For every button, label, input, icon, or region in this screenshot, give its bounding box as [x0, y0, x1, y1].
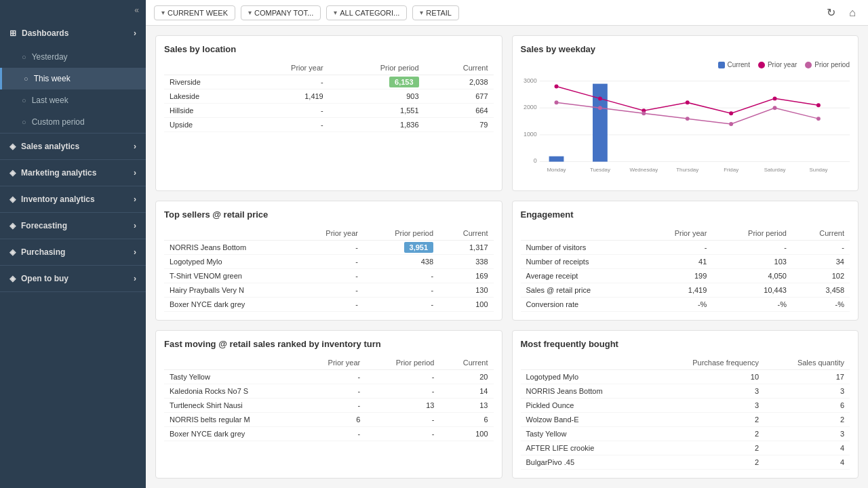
svg-text:Sunday: Sunday [809, 167, 827, 173]
row-prior-year: - [245, 118, 329, 132]
row-current: 338 [439, 255, 493, 269]
row-prior-year: - [245, 104, 329, 118]
sidebar-forecasting-label: Forecasting [21, 221, 67, 230]
engagement-title: Engagement [521, 209, 850, 220]
row-name: Logotyped Mylo [521, 370, 650, 384]
bar-tuesday-current [593, 84, 608, 162]
legend-dot-current [718, 62, 725, 68]
sidebar-section-header-purchasing[interactable]: ◈ Purchasing › [0, 239, 146, 265]
table-row: T-Shirt VENOM green - - 169 [164, 269, 494, 283]
svg-text:0: 0 [533, 157, 536, 164]
sidebar-section-marketing-analytics: ◈ Marketing analytics › [0, 160, 146, 186]
svg-point-17 [642, 111, 646, 115]
row-name: Kaledonia Rocks No7 S [164, 384, 301, 399]
legend-dot-prior-year [758, 62, 765, 68]
sidebar-section-header-open-to-buy[interactable]: ◈ Open to buy › [0, 266, 146, 291]
chart-legend: Current Prior year Prior period [521, 61, 850, 68]
row-prior-year: - [643, 241, 713, 255]
row-freq: 2 [650, 427, 764, 441]
sidebar-section-header-dashboards[interactable]: ⊞ Dashboards › [0, 20, 146, 46]
row-prior-period: - [366, 384, 439, 399]
col-header-current: Current [439, 226, 493, 241]
row-prior-year: - [301, 427, 366, 441]
svg-text:Wednesday: Wednesday [629, 167, 658, 173]
svg-point-19 [729, 122, 733, 126]
sidebar-section-forecasting: ◈ Forecasting › [0, 213, 146, 239]
home-icon: ⌂ [849, 7, 856, 18]
sidebar-section-header-forecasting[interactable]: ◈ Forecasting › [0, 213, 146, 239]
row-qty: 17 [764, 370, 850, 384]
table-row: Boxer NYCE dark grey - - 100 [164, 427, 494, 441]
row-current: 677 [425, 89, 494, 104]
filter-company-label: COMPANY TOT... [254, 9, 313, 17]
table-row: NORRIS belts regular M 6 - 6 [164, 413, 494, 427]
table-row: Number of visitors - - - [521, 241, 850, 255]
row-current: 100 [439, 427, 493, 441]
row-prior-year: - [298, 255, 363, 269]
row-prior-period: -% [712, 298, 792, 312]
row-current: 2,038 [425, 75, 494, 89]
refresh-button[interactable]: ↻ [823, 5, 840, 20]
chevron-down-icon: ▾ [420, 9, 423, 16]
table-row: Number of receipts 41 103 34 [521, 255, 850, 269]
chevron-icon: › [134, 247, 136, 257]
sidebar-section-header-inventory-analytics[interactable]: ◈ Inventory analytics › [0, 186, 146, 212]
filter-current-week[interactable]: ▾ CURRENT WEEK [154, 5, 235, 20]
row-prior-year: - [298, 241, 363, 255]
row-qty: 3 [764, 384, 850, 399]
home-button[interactable]: ⌂ [845, 5, 860, 20]
sidebar-item-label: This week [34, 74, 71, 83]
table-row: NORRIS Jeans Bottom - 3,951 1,317 [164, 241, 494, 255]
sidebar-section-inventory-analytics: ◈ Inventory analytics › [0, 186, 146, 213]
row-freq: 3 [650, 399, 764, 413]
row-current: 664 [425, 104, 494, 118]
row-freq: 10 [650, 370, 764, 384]
svg-text:2000: 2000 [523, 104, 536, 110]
table-row: Tasty Yellow 2 3 [521, 427, 850, 441]
col-header-current: Current [425, 61, 494, 75]
row-prior-period: - [363, 283, 439, 298]
sidebar-section-header-marketing-analytics[interactable]: ◈ Marketing analytics › [0, 160, 146, 186]
col-header-prior-year: Prior year [298, 226, 363, 241]
sidebar-item-this-week[interactable]: ○ This week [0, 68, 146, 89]
row-current: 6 [439, 413, 493, 427]
row-name: Riverside [164, 75, 245, 89]
sidebar: « ⊞ Dashboards › ○ Yesterday ○ This week… [0, 0, 146, 488]
legend-label-current: Current [728, 61, 750, 68]
sidebar-item-last-week[interactable]: ○ Last week [0, 89, 146, 111]
sidebar-item-yesterday[interactable]: ○ Yesterday [0, 46, 146, 68]
top-sellers-title: Top sellers @ retail price [164, 209, 494, 220]
row-name: Hairy Prayballs Very N [164, 283, 298, 298]
topbar: ▾ CURRENT WEEK ▾ COMPANY TOT... ▾ ALL CA… [146, 0, 868, 26]
sidebar-marketing-analytics-label: Marketing analytics [21, 168, 96, 178]
svg-point-15 [554, 100, 558, 104]
table-row: Upside - 1,836 79 [164, 118, 494, 132]
col-header-prior-period: Prior period [363, 226, 439, 241]
col-header-current: Current [792, 226, 850, 241]
sidebar-item-custom-period[interactable]: ○ Custom period [0, 111, 146, 133]
row-name: Tasty Yellow [521, 427, 650, 441]
row-current: 100 [439, 298, 493, 312]
table-row: Pickled Ounce 3 6 [521, 399, 850, 413]
table-row: Logotyped Mylo - 438 338 [164, 255, 494, 269]
most-frequently-bought-panel: Most frequently bought Purchase frequenc… [512, 330, 859, 479]
col-header-prior-period: Prior period [329, 61, 425, 75]
filter-retail[interactable]: ▾ RETAIL [412, 5, 459, 20]
sidebar-section-open-to-buy: ◈ Open to buy › [0, 266, 146, 292]
row-name: NORRIS belts regular M [164, 413, 301, 427]
filter-all-categories[interactable]: ▾ ALL CATEGORI... [326, 5, 407, 20]
chevron-icon: › [134, 168, 136, 178]
svg-point-11 [685, 100, 689, 104]
sales-by-location-panel: Sales by location Prior year Prior perio… [155, 35, 502, 191]
sidebar-item-label: Last week [32, 96, 68, 105]
sidebar-inventory-analytics-label: Inventory analytics [21, 195, 95, 204]
row-current: 79 [425, 118, 494, 132]
filter-company-total[interactable]: ▾ COMPANY TOT... [241, 5, 321, 20]
chart-icon: ◈ [9, 195, 16, 204]
table-row: Average receipt 199 4,050 102 [521, 269, 850, 283]
sidebar-item-label: Custom period [32, 117, 85, 127]
row-prior-period: 103 [712, 255, 792, 269]
col-header-prior-year: Prior year [643, 226, 713, 241]
sidebar-collapse-button[interactable]: « [0, 0, 146, 20]
sidebar-section-header-sales-analytics[interactable]: ◈ Sales analytics › [0, 134, 146, 159]
